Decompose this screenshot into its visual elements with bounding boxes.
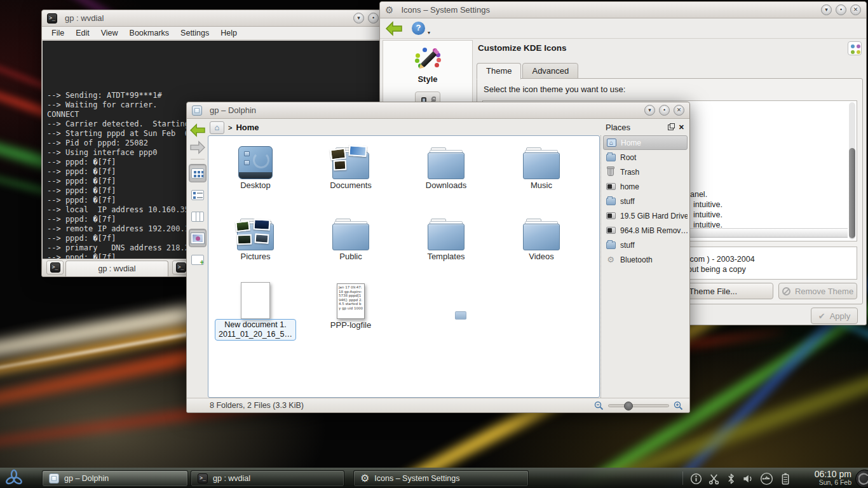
menu-bookmarks[interactable]: Bookmarks (124, 27, 175, 39)
split-view-icon: + (191, 255, 204, 265)
documents-folder-icon (332, 147, 369, 179)
minimize-button[interactable]: ▾ (821, 4, 832, 15)
bluetooth-icon[interactable] (726, 473, 736, 485)
apply-button[interactable]: ✔ Apply (811, 308, 858, 324)
panel-splitter[interactable] (600, 135, 602, 398)
menu-settings[interactable]: Settings (175, 27, 215, 39)
file-item-templates[interactable]: Templates (405, 212, 487, 261)
close-panel-icon[interactable]: ✕ (679, 123, 684, 132)
menu-help[interactable]: Help (215, 27, 243, 39)
breadcrumb-home[interactable]: Home (236, 123, 259, 132)
help-icon[interactable]: ? (412, 22, 425, 35)
file-item-downloads[interactable]: Downloads (405, 141, 487, 190)
place-item-home-drive[interactable]: home (603, 179, 688, 194)
back-button[interactable] (385, 21, 403, 36)
battery-icon[interactable] (779, 472, 791, 485)
close-button[interactable]: ✕ (674, 105, 684, 116)
file-label: PPP-logfile (309, 320, 392, 330)
maximize-button[interactable]: • (659, 105, 670, 116)
details-view-button[interactable] (189, 186, 207, 204)
file-item-ppp-logfile[interactable]: Jan 17 09:47:18 gp-Aspire-5738 pppd[1946… (309, 280, 392, 330)
drive-icon (606, 183, 616, 190)
task-system-settings[interactable]: ⚙ Icons – System Settings (353, 470, 529, 487)
place-item-hard-drive[interactable]: 19.5 GiB Hard Drive (603, 208, 688, 223)
window-buttons: ▾ • ✕ (644, 105, 684, 116)
overview-icon[interactable] (848, 41, 862, 55)
forward-button[interactable] (189, 140, 206, 154)
place-item-trash[interactable]: Trash (603, 165, 688, 179)
konsole-title: gp : wvdial (65, 13, 104, 23)
menu-file[interactable]: File (46, 27, 70, 39)
place-item-bluetooth[interactable]: ⚙ Bluetooth (603, 252, 688, 267)
klipper-scissors-icon[interactable] (708, 473, 720, 485)
file-item-documents[interactable]: Documents (309, 141, 392, 190)
file-item-music[interactable]: Music (500, 141, 583, 190)
tab-theme[interactable]: Theme (477, 63, 521, 79)
home-icon[interactable]: ⌂ (210, 121, 224, 134)
split-view-button[interactable]: + (189, 250, 207, 269)
menu-view[interactable]: View (95, 27, 124, 39)
menu-edit[interactable]: Edit (70, 27, 95, 39)
task-dolphin[interactable]: gp – Dolphin (42, 470, 188, 487)
usb-device-icon[interactable] (760, 472, 773, 485)
float-panel-icon[interactable] (668, 125, 674, 130)
place-item-root[interactable]: Root (603, 150, 688, 165)
zoom-slider-thumb[interactable] (624, 402, 633, 410)
file-item-new-document[interactable]: New document 1. 2011_01_20_16_5… (214, 280, 297, 341)
volume-icon[interactable] (742, 473, 754, 485)
drive-icon (606, 227, 616, 234)
notifications-info-icon[interactable] (690, 473, 702, 485)
blank-document-icon (241, 282, 270, 319)
theme-list-fragment: intuitive. (693, 210, 722, 219)
sidebar-item-style[interactable]: Style (383, 41, 472, 84)
file-item-pictures[interactable]: Pictures (214, 212, 297, 261)
terminal-icon: >_ (198, 473, 208, 484)
columns-view-button[interactable] (189, 207, 207, 226)
minimize-button[interactable]: ▾ (644, 105, 655, 116)
dolphin-icon (49, 473, 59, 484)
task-label: gp : wvdial (213, 474, 250, 483)
remove-theme-button[interactable]: Remove Theme (778, 283, 857, 299)
file-item-desktop[interactable]: Desktop (214, 141, 297, 190)
maximize-button[interactable]: • (836, 4, 846, 15)
place-item-removable[interactable]: 964.8 MiB Remov… (603, 223, 688, 238)
konsole-titlebar[interactable]: >_ gp : wvdial ▾ • (42, 10, 384, 27)
place-item-home[interactable]: ⌂ Home (603, 135, 688, 150)
zoom-slider[interactable] (608, 404, 669, 407)
panel-toolbox-cashew[interactable] (855, 470, 868, 488)
tab-advanced[interactable]: Advanced (522, 63, 578, 79)
icons-view-button[interactable] (189, 164, 207, 182)
task-konsole[interactable]: >_ gp : wvdial (191, 470, 344, 487)
file-item-videos[interactable]: Videos (500, 212, 583, 261)
close-button[interactable]: ✕ (850, 4, 861, 15)
settings-titlebar[interactable]: ⚙ Icons – System Settings ▾ • ✕ (380, 2, 866, 18)
preview-button[interactable] (189, 229, 207, 247)
clock[interactable]: 06:10 pm Sun, 6 Feb (815, 470, 851, 487)
place-item-stuff[interactable]: stuff (603, 194, 688, 208)
tray-separator (682, 471, 683, 485)
dolphin-title: gp – Dolphin (210, 105, 256, 115)
remove-theme-label: Remove Theme (795, 287, 853, 296)
zoom-out-icon[interactable] (594, 401, 604, 410)
details-view-icon (191, 190, 204, 200)
scrollbar-thumb[interactable] (849, 148, 855, 238)
file-item-public[interactable]: Public (309, 212, 392, 261)
new-tab-button[interactable]: >_ (46, 261, 64, 274)
maximize-button[interactable]: • (368, 13, 379, 24)
place-label: Home (621, 139, 641, 147)
task-label: Icons – System Settings (374, 474, 459, 483)
list-scrollbar[interactable] (849, 102, 855, 240)
places-panel-header: Places ✕ (603, 119, 687, 135)
minimize-button[interactable]: ▾ (353, 13, 364, 24)
konsole-tab[interactable]: gp : wvdial (65, 261, 168, 276)
taskbar: gp – Dolphin >_ gp : wvdial ⚙ Icons – Sy… (0, 468, 868, 488)
chevron-down-icon[interactable]: ▾ (428, 30, 430, 36)
file-label: Videos (500, 252, 583, 261)
dolphin-titlebar[interactable]: gp – Dolphin ▾ • ✕ (187, 102, 689, 119)
folder-view[interactable]: Desktop Documents Downloads Music (208, 135, 600, 398)
app-launcher-button[interactable] (1, 468, 27, 488)
launcher-logo-icon (4, 469, 24, 488)
place-item-stuff-2[interactable]: stuff (603, 238, 688, 252)
zoom-in-icon[interactable] (674, 401, 683, 410)
back-button[interactable] (189, 123, 206, 137)
